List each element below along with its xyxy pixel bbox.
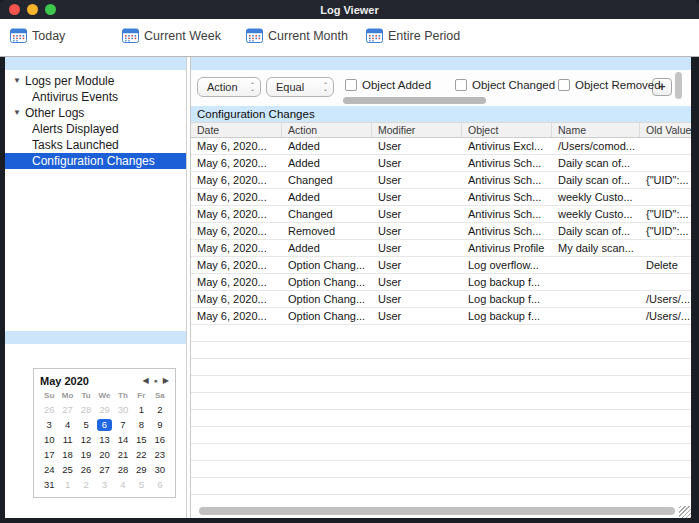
main-panel: Action ⌃⌄ Equal ⌃⌄ + Object AddedObject … [190,57,691,518]
calendar-day-label: 2 [79,479,94,491]
table-row[interactable]: May 6, 2020...ChangedUserAntivirus Sch..… [191,172,691,189]
calendar-today-button[interactable]: ● [154,377,158,385]
calendar-day[interactable]: 8 [132,417,150,432]
calendar-day[interactable]: 20 [95,447,113,462]
toolbar-item-entire-period[interactable]: Entire Period [366,28,460,43]
checkbox-icon[interactable] [455,79,467,91]
table-row[interactable]: May 6, 2020...Option Chang...UserLog bac… [191,308,691,325]
table-cell: User [372,308,462,324]
toolbar-item-today[interactable]: Today [10,28,65,43]
calendar-day[interactable]: 9 [151,417,169,432]
filter-hscrollbar-thumb[interactable] [343,97,486,104]
table-hscrollbar-thumb[interactable] [199,507,675,515]
calendar-day[interactable]: 23 [151,447,169,462]
disclosure-triangle-icon[interactable]: ▼ [13,73,22,89]
calendar-day[interactable]: 22 [132,447,150,462]
column-header-date[interactable]: Date [191,123,282,137]
column-header-old-value[interactable]: Old Value [640,123,691,137]
calendar-day[interactable]: 13 [95,432,113,447]
filter-checkbox-object-added[interactable]: Object Added [345,79,431,91]
calendar-day[interactable]: 24 [40,462,58,477]
calendar-day[interactable]: 5 [77,417,95,432]
zoom-button[interactable] [45,4,56,15]
sidebar-item-logs-per-module[interactable]: ▼Logs per Module [5,73,186,89]
table-row[interactable]: May 6, 2020...Option Chang...UserLog bac… [191,291,691,308]
filter-vscrollbar-thumb[interactable] [675,72,682,99]
table-row[interactable]: May 6, 2020...AddedUserAntivirus Profile… [191,240,691,257]
calendar-day[interactable]: 2 [151,402,169,417]
calendar-next-button[interactable]: ▶ [163,377,169,385]
table-row[interactable]: May 6, 2020...Option Chang...UserLog ove… [191,257,691,274]
calendar-day[interactable]: 5 [132,477,150,492]
calendar-day[interactable]: 29 [132,462,150,477]
calendar-day[interactable]: 18 [58,447,76,462]
calendar-day[interactable]: 19 [77,447,95,462]
calendar-day[interactable]: 16 [151,432,169,447]
calendar-day[interactable]: 3 [40,417,58,432]
disclosure-triangle-icon[interactable]: ▼ [13,105,22,121]
calendar-day[interactable]: 12 [77,432,95,447]
sidebar-item-tasks-launched[interactable]: Tasks Launched [5,137,186,153]
filter-field-dropdown[interactable]: Action ⌃⌄ [197,77,261,97]
calendar-day[interactable]: 30 [151,462,169,477]
table-row[interactable]: May 6, 2020...Option Chang...UserLog bac… [191,274,691,291]
calendar-day[interactable]: 28 [77,402,95,417]
table-row-empty [191,359,691,376]
calendar-day-label: 23 [152,449,167,461]
column-header-action[interactable]: Action [282,123,372,137]
column-header-name[interactable]: Name [552,123,640,137]
calendar-day[interactable]: 2 [77,477,95,492]
calendar-day[interactable]: 7 [114,417,132,432]
calendar-day[interactable]: 1 [58,477,76,492]
column-header-modifier[interactable]: Modifier [372,123,462,137]
table-row[interactable]: May 6, 2020...AddedUserAntivirus Sch...D… [191,155,691,172]
toolbar-item-current-month[interactable]: Current Month [246,28,348,43]
table-row[interactable]: May 6, 2020...AddedUserAntivirus Excl...… [191,138,691,155]
table-cell: weekly Custo... [552,189,640,205]
calendar-prev-button[interactable]: ◀ [142,377,148,385]
sidebar-item-alerts-displayed[interactable]: Alerts Displayed [5,121,186,137]
sidebar-item-antivirus-events[interactable]: Antivirus Events [5,89,186,105]
sidebar-item-configuration-changes[interactable]: Configuration Changes [5,153,186,169]
checkbox-icon[interactable] [558,79,570,91]
checkbox-icon[interactable] [345,79,357,91]
calendar-day[interactable]: 26 [77,462,95,477]
filter-checkbox-object-removed[interactable]: Object Removed [558,79,661,91]
resize-grip[interactable] [679,506,691,518]
calendar-day[interactable]: 31 [40,477,58,492]
calendar-day[interactable]: 27 [58,402,76,417]
calendar-day[interactable]: 4 [58,417,76,432]
calendar-day[interactable]: 17 [40,447,58,462]
calendar-day[interactable]: 6 [95,417,113,432]
table-row[interactable]: May 6, 2020...RemovedUserAntivirus Sch..… [191,223,691,240]
filter-operator-dropdown[interactable]: Equal ⌃⌄ [266,77,334,97]
calendar-day[interactable]: 28 [114,462,132,477]
calendar-day[interactable]: 29 [95,402,113,417]
sidebar-item-other-logs[interactable]: ▼Other Logs [5,105,186,121]
calendar-day[interactable]: 26 [40,402,58,417]
calendar-day[interactable]: 27 [95,462,113,477]
calendar-day-label: 15 [134,434,149,446]
calendar-day[interactable]: 11 [58,432,76,447]
calendar-day[interactable]: 25 [58,462,76,477]
calendar-day[interactable]: 6 [151,477,169,492]
calendar-day[interactable]: 15 [132,432,150,447]
calendar-day-label: 26 [42,404,57,416]
toolbar-item-current-week[interactable]: Current Week [122,28,221,43]
table-cell: User [372,189,462,205]
calendar-day[interactable]: 3 [95,477,113,492]
calendar-day[interactable]: 21 [114,447,132,462]
calendar-day[interactable]: 14 [114,432,132,447]
calendar-day[interactable]: 4 [114,477,132,492]
column-header-object[interactable]: Object [462,123,552,137]
calendar-day[interactable]: 30 [114,402,132,417]
table-cell [552,376,640,392]
minimize-button[interactable] [27,4,38,15]
calendar-day-label: 30 [115,404,130,416]
table-row[interactable]: May 6, 2020...ChangedUserAntivirus Sch..… [191,206,691,223]
calendar-day[interactable]: 10 [40,432,58,447]
table-row[interactable]: May 6, 2020...AddedUserAntivirus Sch...w… [191,189,691,206]
filter-checkbox-object-changed[interactable]: Object Changed [455,79,555,91]
close-button[interactable] [9,4,20,15]
calendar-day[interactable]: 1 [132,402,150,417]
